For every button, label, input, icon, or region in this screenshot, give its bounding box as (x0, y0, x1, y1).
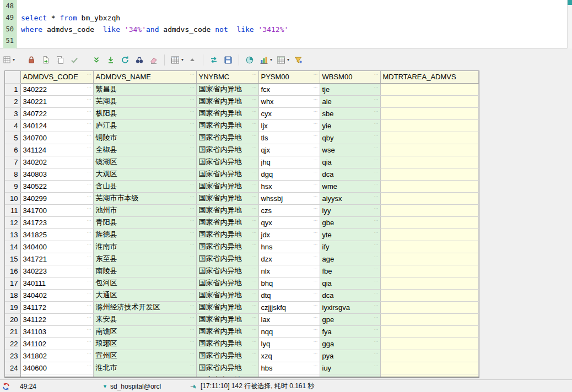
results-table[interactable]: ADMDVS_CODE…ADMDVS_NAME…YNYBMC…PYSM00…WB… (5, 71, 479, 378)
column-header-admdvs_name[interactable]: ADMDVS_NAME… (93, 71, 196, 83)
table-cell[interactable]: dzx… (258, 253, 320, 265)
table-cell[interactable] (380, 216, 478, 228)
table-row[interactable]: 10340299…芜湖市市本级…国家省内异地…whssbj…aiyysx… (5, 192, 478, 204)
editor-scrollbar-thumb[interactable] (568, 0, 572, 5)
table-cell[interactable]: qyx… (258, 216, 320, 228)
editor-lines[interactable]: 4849select * from bm_ybxzqh50where admdv… (3, 1, 564, 47)
table-cell[interactable]: bhq… (258, 277, 320, 289)
table-row[interactable]: 14340400…淮南市…国家省内异地…hns…ify… (5, 241, 478, 253)
table-cell[interactable] (380, 156, 478, 168)
pin-icon[interactable] (190, 380, 197, 392)
editor-line[interactable]: 50where admdvs_code like '34%'and admdvs… (3, 24, 564, 35)
table-cell[interactable] (380, 301, 478, 313)
row-number[interactable]: 3 (5, 107, 20, 119)
table-cell[interactable] (380, 265, 478, 277)
table-cell[interactable] (380, 228, 478, 241)
table-row[interactable]: 1340222…繁昌县…国家省内异地…fcx…tje… (5, 83, 478, 95)
table-cell[interactable]: ify… (320, 241, 380, 253)
table-cell[interactable]: 340722… (20, 107, 93, 119)
table-cell[interactable] (380, 241, 478, 253)
table-row[interactable]: 25341621…涡阳县…国家省内异地……… (5, 374, 478, 378)
row-number[interactable]: 24 (5, 362, 20, 374)
row-number[interactable]: 2 (5, 95, 20, 107)
save-icon[interactable] (223, 55, 234, 66)
sql-editor[interactable]: 4849select * from bm_ybxzqh50where admdv… (0, 0, 572, 48)
row-number[interactable]: 15 (5, 253, 20, 265)
table-row[interactable]: 2340221…芜湖县…国家省内异地…whx…aie… (5, 95, 478, 107)
table-cell[interactable]: 国家省内异地… (196, 156, 258, 168)
table-cell[interactable]: 国家省内异地… (196, 253, 258, 265)
row-number[interactable]: 11 (5, 204, 20, 216)
table-cell[interactable]: 芜湖县… (93, 95, 196, 107)
row-number[interactable]: 7 (5, 156, 20, 168)
table-cell[interactable]: qby… (320, 132, 380, 144)
compare-icon[interactable] (208, 55, 219, 66)
table-cell[interactable]: hbs… (258, 362, 320, 374)
table-row[interactable]: 19341172…滁州经济技术开发区…国家省内异地…czjjjskfq…iyxi… (5, 301, 478, 313)
table-cell[interactable]: dtq… (258, 289, 320, 301)
table-row[interactable]: 8340803…大观区…国家省内异地…dgq…dca… (5, 168, 478, 180)
table-cell[interactable]: 340223… (20, 265, 93, 277)
table-cell[interactable] (380, 192, 478, 204)
pivot-table-icon[interactable] (276, 55, 287, 66)
table-cell[interactable]: 341721… (20, 253, 93, 265)
table-cell[interactable]: 国家省内异地… (196, 144, 258, 156)
table-cell[interactable]: 国家省内异地… (196, 277, 258, 289)
table-cell[interactable]: 340299… (20, 192, 93, 204)
table-cell[interactable]: 大通区… (93, 289, 196, 301)
row-number[interactable]: 17 (5, 277, 20, 289)
row-number[interactable]: 18 (5, 289, 20, 301)
editor-scrollbar[interactable] (567, 0, 572, 48)
table-cell[interactable]: 国家省内异地… (196, 83, 258, 95)
table-cell[interactable]: 国家省内异地… (196, 350, 258, 362)
table-cell[interactable] (380, 289, 478, 301)
table-cell[interactable]: fya… (320, 325, 380, 337)
row-number[interactable]: 1 (5, 83, 20, 95)
table-cell[interactable]: iyy… (320, 204, 380, 216)
table-cell[interactable] (380, 350, 478, 362)
copy-file-icon[interactable] (55, 55, 66, 66)
table-cell[interactable]: xzq… (258, 350, 320, 362)
table-cell[interactable]: 淮北市… (93, 362, 196, 374)
table-cell[interactable]: 国家省内异地… (196, 132, 258, 144)
grid-options-icon[interactable] (170, 55, 181, 66)
column-header-mdtrtarea_admvs[interactable]: MDTRTAREA_ADMVS (380, 71, 478, 83)
table-cell[interactable]: 国家省内异地… (196, 362, 258, 374)
lock-icon[interactable] (26, 55, 37, 66)
table-cell[interactable]: sbe… (320, 107, 380, 119)
table-cell[interactable]: 池州市… (93, 204, 196, 216)
table-cell[interactable]: whx… (258, 95, 320, 107)
table-cell[interactable]: 全椒县… (93, 144, 196, 156)
row-number[interactable]: 12 (5, 216, 20, 228)
table-row[interactable]: 20341122…来安县…国家省内异地…lax…gpe… (5, 313, 478, 325)
table-row[interactable]: 4340124…庐江县…国家省内异地…ljx…yie… (5, 119, 478, 132)
table-cell[interactable]: nqq… (258, 325, 320, 337)
table-cell[interactable] (380, 132, 478, 144)
editor-line[interactable]: 51 (3, 35, 564, 47)
table-cell[interactable]: 含山县… (93, 180, 196, 192)
table-cell[interactable]: lax… (258, 313, 320, 325)
table-cell[interactable]: 国家省内异地… (196, 216, 258, 228)
column-header-ynybmc[interactable]: YNYBMC… (196, 71, 258, 83)
column-header-admdvs_code[interactable]: ADMDVS_CODE… (20, 71, 93, 83)
row-number[interactable]: 5 (5, 132, 20, 144)
table-cell[interactable] (380, 313, 478, 325)
table-cell[interactable]: tje… (320, 83, 380, 95)
table-cell[interactable]: gga… (320, 337, 380, 350)
table-cell[interactable]: fcx… (258, 83, 320, 95)
collapse-up-icon[interactable] (187, 55, 198, 66)
table-cell[interactable]: 340600… (20, 362, 93, 374)
table-cell[interactable]: aiyysx… (320, 192, 380, 204)
commit-check-icon[interactable] (69, 55, 80, 66)
table-cell[interactable]: 国家省内异地… (196, 204, 258, 216)
table-row[interactable]: 11341700…池州市…国家省内异地…czs…iyy… (5, 204, 478, 216)
refresh-icon[interactable] (120, 55, 131, 66)
table-cell[interactable]: dgq… (258, 168, 320, 180)
row-number[interactable]: 14 (5, 241, 20, 253)
table-cell[interactable]: 340522… (20, 180, 93, 192)
table-cell[interactable]: 国家省内异地… (196, 192, 258, 204)
row-number[interactable]: 19 (5, 301, 20, 313)
table-cell[interactable]: gbe… (320, 216, 380, 228)
table-cell[interactable]: ljx… (258, 119, 320, 132)
table-cell[interactable]: 繁昌县… (93, 83, 196, 95)
